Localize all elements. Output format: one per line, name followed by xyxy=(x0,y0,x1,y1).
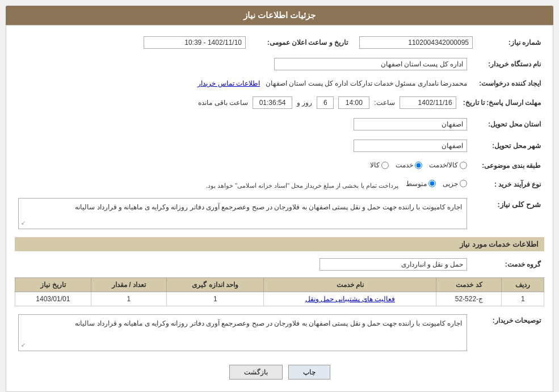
name-dastgah-label: نام دستگاه خریدار: xyxy=(470,56,544,73)
radio-jozi[interactable]: جزیی xyxy=(443,180,467,188)
shomara-label: شماره نیاز: xyxy=(476,34,544,51)
radio-khedmat[interactable]: خدمت xyxy=(396,161,422,169)
mohlet-rooz: 6 xyxy=(317,96,334,109)
radio-motovaset[interactable]: متوسط xyxy=(406,180,436,188)
gorooh-value: حمل و نقل و انبارداری xyxy=(320,258,467,271)
th-kod: کد خدمت xyxy=(436,278,502,292)
khadamat-table: ردیف کد خدمت نام خدمت واحد اندازه گیری ت… xyxy=(15,277,544,306)
radio-kala-label: کالا xyxy=(370,161,380,169)
gorooh-label: گروه خدمت: xyxy=(470,256,544,273)
radio-khedmat-label: خدمت xyxy=(396,161,413,169)
button-row: چاپ بازگشت xyxy=(15,358,544,383)
shomara-value: 1102004342000095 xyxy=(359,36,473,49)
tarikh-value: 1402/11/10 - 10:39 xyxy=(144,36,246,49)
mohlet-saat: 14:00 xyxy=(338,96,369,109)
mohlet-saat-label: ساعت: xyxy=(374,99,394,107)
ostan-value: اصفهان xyxy=(354,118,467,130)
shahr-value: اصفهان xyxy=(354,140,467,152)
ijad-link[interactable]: اطلاعات تماس خریدار xyxy=(197,79,260,87)
tabagheh-radio-group: کالا/خدمت خدمت کالا xyxy=(370,161,467,169)
tarikh-label: تاریخ و ساعت اعلان عمومی: xyxy=(249,34,351,51)
khadamat-section-title: اطلاعات خدمات مورد نیاز xyxy=(15,237,544,251)
tozihat-text: اجاره کامیونت با راننده جهت حمل و نقل پس… xyxy=(18,314,467,351)
mohlet-mande: 01:36:54 xyxy=(253,96,292,109)
mohlet-date: 1402/11/16 xyxy=(400,96,456,109)
tozihat-label: توصیحات خریدار: xyxy=(470,312,544,353)
mohlet-label: مهلت ارسال پاسخ: تا تاریخ: xyxy=(460,94,544,111)
radio-kala-khedmat-label: کالا/خدمت xyxy=(429,161,458,169)
th-tedad: تعداد / مقدار xyxy=(91,278,167,292)
ijad-value: محمدرضا نامداری مسئول خدمات تدارکات ادار… xyxy=(266,79,467,87)
nooa-note: پرداخت تمام یا بخشی از مبلغ خریداز محل "… xyxy=(206,182,398,188)
cell-vahad: 1 xyxy=(167,292,264,306)
mohlet-mande-label: ساعت باقی مانده xyxy=(198,99,248,107)
bazgasht-button[interactable]: بازگشت xyxy=(229,365,283,380)
th-vahad: واحد اندازه گیری xyxy=(167,278,264,292)
cell-tarikh: 1403/01/01 xyxy=(15,292,91,306)
sharh-text: اجاره کامیونت با راننده جهت حمل و نقل پس… xyxy=(18,198,467,229)
header-title: جزئیات اطلاعات نیاز xyxy=(243,10,316,20)
nooa-radio-group: جزیی متوسط xyxy=(406,180,467,188)
cell-tedad: 1 xyxy=(91,292,167,306)
th-nam: نام خدمت xyxy=(264,278,436,292)
cell-radif: 1 xyxy=(502,292,544,306)
table-row: 1 ج-522-52 فعالیت های پشتیبانی حمل ونقل … xyxy=(15,292,544,306)
tabagheh-label: طبقه بندی موضوعی: xyxy=(470,159,544,173)
th-tarikh: تاریخ نیاز xyxy=(15,278,91,292)
name-dastgah-value: اداره کل پست استان اصفهان xyxy=(274,58,467,70)
ijad-label: ایجاد کننده درخواست: xyxy=(470,77,544,90)
ostan-label: استان محل تحویل: xyxy=(470,116,544,133)
radio-motovaset-label: متوسط xyxy=(406,180,427,188)
cell-kod: ج-522-52 xyxy=(436,292,502,306)
nooa-label: نوع فرآیند خرید : xyxy=(470,178,544,192)
cell-nam: فعالیت های پشتیبانی حمل ونقل xyxy=(264,292,436,306)
mohlet-rooz-label: روز و xyxy=(297,99,312,107)
radio-kala-khedmat[interactable]: کالا/خدمت xyxy=(429,161,467,169)
chap-button[interactable]: چاپ xyxy=(288,365,330,380)
radio-jozi-label: جزیی xyxy=(443,180,458,188)
shahr-label: شهر محل تحویل: xyxy=(470,137,544,154)
page-header: جزئیات اطلاعات نیاز xyxy=(6,6,553,25)
radio-kala[interactable]: کالا xyxy=(370,161,389,169)
sharh-title: شرح کلی نیاز: xyxy=(497,200,541,209)
th-radif: ردیف xyxy=(502,278,544,292)
